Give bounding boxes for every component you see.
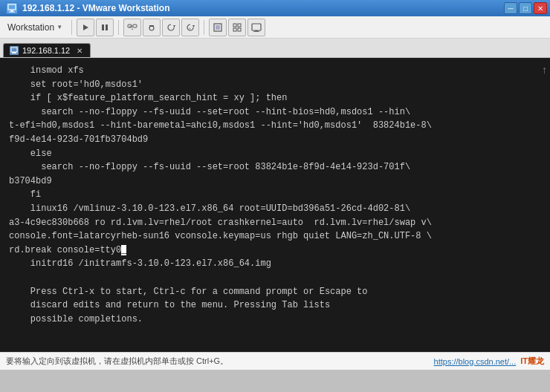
menu-bar: Workstation ▼ ⌨ <box>0 16 550 39</box>
tab-vm-icon <box>10 46 19 55</box>
it-logo: IT耀龙 <box>520 356 544 367</box>
tab-bar: 192.168.1.12 ✕ <box>0 39 550 58</box>
svg-rect-16 <box>238 24 241 27</box>
status-link[interactable]: https://blog.csdn.net/... <box>434 357 517 366</box>
terminal-content: insmod xfs set root='hd0,msdos1' if [ x$… <box>0 58 550 332</box>
send-ctrlaltdel-button[interactable]: ⌨ <box>123 19 141 36</box>
app-icon <box>6 2 18 14</box>
svg-rect-4 <box>102 24 104 30</box>
svg-rect-24 <box>12 53 16 53</box>
workstation-menu[interactable]: Workstation ▼ <box>3 20 67 35</box>
console-button[interactable] <box>248 19 265 36</box>
revert-snapshot-button[interactable] <box>162 19 180 36</box>
svg-rect-20 <box>255 30 258 31</box>
status-text: 要将输入定向到该虚拟机，请在虚拟机内部单击或按 Ctrl+G。 <box>6 356 428 367</box>
workstation-label: Workstation <box>7 22 54 33</box>
tab-label: 192.168.1.12 <box>22 46 70 55</box>
svg-marker-11 <box>192 25 195 27</box>
svg-text:⌨: ⌨ <box>129 25 133 28</box>
svg-rect-7 <box>133 24 137 27</box>
terminal-area[interactable]: ↑ insmod xfs set root='hd0,msdos1' if [ … <box>0 58 550 352</box>
play-button[interactable] <box>77 19 94 36</box>
status-right: https://blog.csdn.net/... IT耀龙 <box>434 356 544 367</box>
workstation-dropdown-arrow: ▼ <box>56 24 62 30</box>
svg-text:+: + <box>189 26 191 30</box>
svg-rect-21 <box>253 31 259 32</box>
status-bar: 要将输入定向到该虚拟机，请在虚拟机内部单击或按 Ctrl+G。 https://… <box>0 352 550 370</box>
svg-marker-10 <box>173 25 175 27</box>
window-controls: ─ □ ✕ <box>504 2 547 14</box>
playback-controls <box>77 19 114 36</box>
scroll-up-indicator: ↑ <box>542 64 547 76</box>
svg-rect-22 <box>11 48 17 52</box>
svg-marker-3 <box>83 24 88 30</box>
pause-button[interactable] <box>96 19 114 36</box>
toolbar-separator-3 <box>204 20 204 35</box>
svg-rect-17 <box>233 28 236 31</box>
svg-rect-2 <box>9 12 15 13</box>
svg-rect-1 <box>10 10 13 12</box>
svg-rect-5 <box>106 24 108 30</box>
svg-rect-19 <box>252 24 261 30</box>
cursor: _ <box>121 245 126 255</box>
snapshot-button[interactable] <box>143 19 161 36</box>
vm-controls: ⌨ + <box>123 19 199 36</box>
svg-rect-0 <box>8 4 16 10</box>
unity-button[interactable] <box>228 19 246 36</box>
title-bar: 192.168.1.12 - VMware Workstation ─ □ ✕ <box>0 0 550 16</box>
svg-rect-14 <box>216 25 220 30</box>
svg-rect-23 <box>13 52 16 53</box>
svg-rect-15 <box>233 24 236 27</box>
manage-snapshots-button[interactable]: + <box>181 19 199 36</box>
svg-rect-18 <box>238 28 241 31</box>
maximize-button[interactable]: □ <box>519 2 532 14</box>
fullscreen-button[interactable] <box>209 19 227 36</box>
minimize-button[interactable]: ─ <box>504 2 517 14</box>
view-controls <box>209 19 265 36</box>
close-button[interactable]: ✕ <box>534 2 547 14</box>
toolbar-separator-1 <box>71 20 72 35</box>
tab-close-button[interactable]: ✕ <box>77 47 82 55</box>
window-title: 192.168.1.12 - VMware Workstation <box>22 3 170 13</box>
vm-tab[interactable]: 192.168.1.12 ✕ <box>3 43 91 57</box>
toolbar-separator-2 <box>118 20 119 35</box>
